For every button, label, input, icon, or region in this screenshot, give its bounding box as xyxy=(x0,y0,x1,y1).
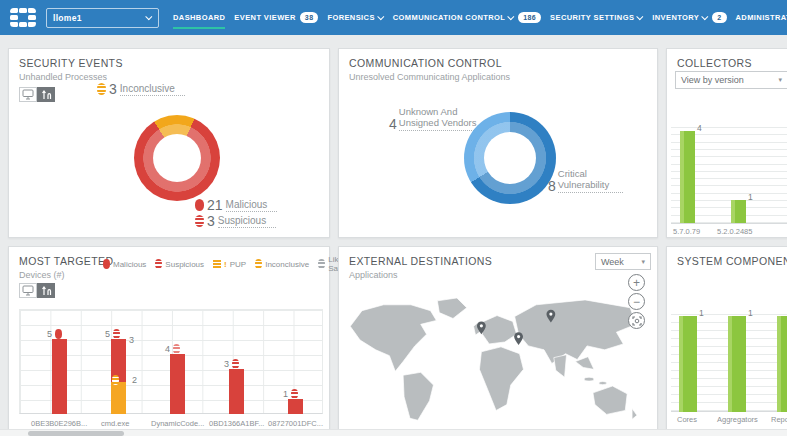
inconclusive-annotation: 3 Inconclusive xyxy=(97,81,185,97)
inventory-badge: 2 xyxy=(712,12,726,23)
targeted-bar-sub-annotation: 2 xyxy=(112,375,137,385)
panel-title: EXTERNAL DESTINATIONS xyxy=(349,255,492,267)
collectors-view-value: View by version xyxy=(681,75,744,85)
suspicious-icon xyxy=(291,389,298,399)
destination-pin[interactable] xyxy=(514,332,523,345)
suspicious-annotation: 3 Suspicious xyxy=(195,213,276,229)
inconclusive-icon xyxy=(255,259,262,269)
malicious-icon xyxy=(55,329,62,339)
tab-label: INVENTORY xyxy=(652,13,699,22)
site-selector[interactable]: llome1 xyxy=(46,8,159,28)
malicious-annotation: 21 Malicious xyxy=(195,197,277,213)
targeted-bar[interactable] xyxy=(229,369,244,414)
period-value: Week xyxy=(601,257,624,267)
targeted-bar-sub-annotation: 3 xyxy=(129,335,134,345)
fit-screen-icon xyxy=(632,316,642,326)
panel-title: COLLECTORS xyxy=(677,57,752,69)
tab-label: EVENT VIEWER xyxy=(234,13,295,22)
map-zoom-in-button[interactable]: + xyxy=(628,274,645,291)
malicious-label[interactable]: Malicious xyxy=(226,199,278,212)
chevron-down-icon xyxy=(507,13,514,20)
collectors-bar[interactable] xyxy=(680,131,695,223)
critical-vulnerability-count: 8 xyxy=(548,179,556,193)
security-events-donut-chart[interactable] xyxy=(134,115,220,201)
component-bar[interactable] xyxy=(777,316,787,412)
targeted-bar[interactable] xyxy=(288,399,303,414)
critical-vulnerability-line2[interactable]: Vulnerability xyxy=(558,180,623,193)
donut-hole xyxy=(153,134,201,182)
component-x-label: Repositories xyxy=(771,415,787,424)
chevron-down-icon xyxy=(702,13,709,20)
tab-label: DASHBOARD xyxy=(173,13,225,22)
tab-administration[interactable]: ADMINISTRATION xyxy=(736,0,787,35)
targeted-bar[interactable] xyxy=(170,354,185,414)
panel-title: SECURITY EVENTS xyxy=(19,57,123,69)
inconclusive-icon xyxy=(97,83,106,95)
tab-inventory[interactable]: INVENTORY 2 xyxy=(652,0,726,35)
targeted-bar[interactable] xyxy=(52,339,67,414)
continent-africa xyxy=(479,347,523,411)
component-bar[interactable] xyxy=(679,316,697,412)
tab-event-viewer[interactable]: EVENT VIEWER 38 xyxy=(234,0,318,35)
severity-legend: Malicious Suspicious ! PUP Inconclusive … xyxy=(103,255,349,273)
tab-dashboard[interactable]: DASHBOARD xyxy=(173,0,225,35)
monitor-icon xyxy=(22,285,34,296)
horizontal-scrollbar-thumb[interactable] xyxy=(28,431,124,436)
legend-inconclusive: Inconclusive xyxy=(255,259,309,269)
monitor-icon xyxy=(22,89,34,100)
suspicious-icon xyxy=(113,329,120,339)
chevron-down-icon: ▾ xyxy=(641,258,645,266)
legend-suspicious: Suspicious xyxy=(155,259,204,269)
continent-south-america xyxy=(403,372,433,420)
component-bar[interactable] xyxy=(728,316,746,412)
collectors-x-label: 5.7.0.79 xyxy=(673,227,700,236)
collectors-bar-value: 1 xyxy=(748,192,753,202)
malicious-icon xyxy=(195,199,204,211)
top-nav: llome1 DASHBOARD EVENT VIEWER 38 FORENSI… xyxy=(0,0,787,35)
world-map[interactable] xyxy=(341,295,657,432)
continent-australia xyxy=(593,386,627,414)
targeted-bar-annotation: 5 xyxy=(105,329,120,339)
critical-vulnerability-annotation: 8 Critical Vulnerability xyxy=(548,169,623,193)
communication-control-donut-chart[interactable] xyxy=(464,112,556,204)
region-indonesia xyxy=(599,382,607,385)
region-indonesia xyxy=(584,377,594,381)
devices-view-button[interactable] xyxy=(19,87,37,102)
chevron-down-icon: ▾ xyxy=(778,76,782,84)
legend-malicious: Malicious xyxy=(103,259,146,269)
tab-forensics[interactable]: FORENSICS xyxy=(327,0,383,35)
suspicious-count: 3 xyxy=(207,213,215,229)
donut-hole xyxy=(484,132,536,184)
external-destinations-panel: EXTERNAL DESTINATIONS Applications Week … xyxy=(338,246,658,432)
map-zoom-out-button[interactable]: − xyxy=(628,293,645,310)
collectors-bar-value: 4 xyxy=(697,123,702,133)
suspicious-label[interactable]: Suspicious xyxy=(218,215,276,228)
continent-greenland xyxy=(437,298,466,319)
inconclusive-label[interactable]: Inconclusive xyxy=(120,83,185,96)
processes-view-button[interactable] xyxy=(37,283,55,298)
chevron-down-icon xyxy=(637,13,644,20)
app-logo-icon xyxy=(10,8,36,28)
continent-north-america xyxy=(350,305,436,372)
processes-view-button[interactable] xyxy=(37,87,55,102)
targeted-x-label: cmd.exe xyxy=(101,419,129,428)
component-x-label: Aggregators xyxy=(717,415,758,424)
critical-vulnerability-line1: Critical xyxy=(558,168,587,179)
tab-label: SECURITY SETTINGS xyxy=(550,13,634,22)
tab-security-settings[interactable]: SECURITY SETTINGS xyxy=(550,0,643,35)
component-bar-value: 1 xyxy=(748,308,753,318)
security-events-panel: SECURITY EVENTS Unhandled Processes 3 In… xyxy=(8,48,330,238)
devices-view-button[interactable] xyxy=(19,283,37,298)
collectors-bar[interactable] xyxy=(731,200,746,223)
tab-communication-control[interactable]: COMMUNICATION CONTROL 186 xyxy=(393,0,541,35)
panel-title: MOST TARGETED xyxy=(19,255,113,267)
period-selector[interactable]: Week ▾ xyxy=(595,253,651,270)
collectors-view-selector[interactable]: View by version ▾ xyxy=(675,71,787,89)
targeted-x-label: 0BD1366A1BF... xyxy=(209,419,264,428)
pup-icon xyxy=(213,260,221,268)
targeted-bar-segment[interactable] xyxy=(111,382,126,414)
view-toggles xyxy=(19,283,55,298)
map-reset-button[interactable] xyxy=(628,312,645,329)
continent-asia xyxy=(515,300,636,364)
component-bar-value: 1 xyxy=(699,308,704,318)
